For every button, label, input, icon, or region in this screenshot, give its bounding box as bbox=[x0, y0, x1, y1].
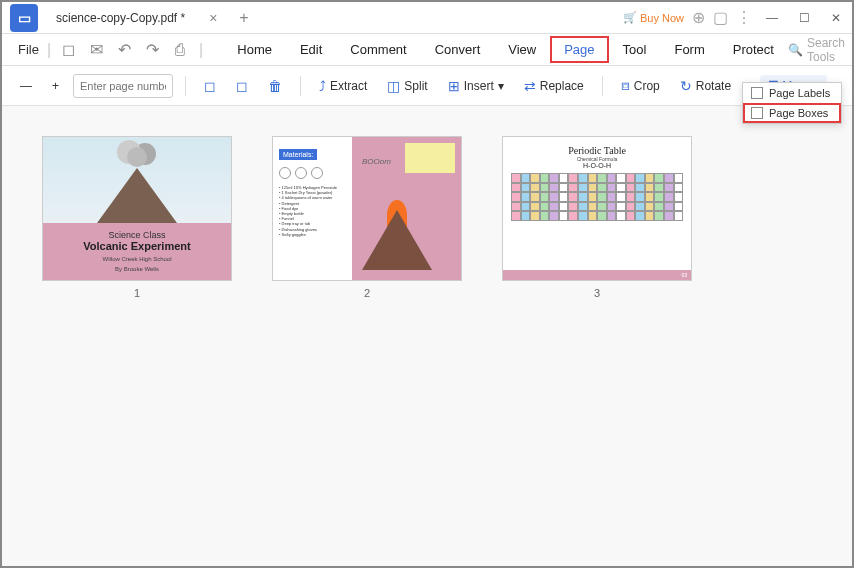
tab-convert[interactable]: Convert bbox=[421, 36, 495, 63]
zoom-out-button[interactable]: — bbox=[14, 75, 38, 97]
message-icon[interactable]: ▢ bbox=[713, 8, 728, 27]
add-tab-button[interactable]: + bbox=[239, 9, 248, 27]
page-number-1: 1 bbox=[134, 287, 140, 299]
toolbar: — + ◻ ◻ 🗑 ⤴Extract ◫Split ⊞Insert▾ ⇄Repl… bbox=[2, 66, 852, 106]
replace-button[interactable]: ⇄Replace bbox=[518, 74, 590, 98]
crop-button[interactable]: ⧈Crop bbox=[615, 73, 666, 98]
more-dropdown: Page Labels Page Boxes bbox=[742, 82, 842, 124]
close-button[interactable]: ✕ bbox=[824, 6, 848, 30]
file-menu[interactable]: File bbox=[10, 42, 47, 57]
redo-icon[interactable]: ↷ bbox=[143, 41, 161, 59]
page-icon-2[interactable]: ◻ bbox=[230, 74, 254, 98]
page-labels-icon bbox=[751, 87, 763, 99]
minimize-button[interactable]: — bbox=[760, 6, 784, 30]
insert-button[interactable]: ⊞Insert▾ bbox=[442, 74, 510, 98]
menu-tabs: Home Edit Comment Convert View Page Tool… bbox=[223, 36, 788, 63]
page-number-3: 3 bbox=[594, 287, 600, 299]
tab-title: science-copy-Copy.pdf * bbox=[56, 11, 185, 25]
menu-icon[interactable]: ⋮ bbox=[736, 8, 752, 27]
search-tools[interactable]: 🔍Search Tools bbox=[788, 36, 845, 64]
page-number-input[interactable] bbox=[73, 74, 173, 98]
maximize-button[interactable]: ☐ bbox=[792, 6, 816, 30]
rotate-button[interactable]: ↻Rotate bbox=[674, 74, 737, 98]
titlebar: ▭ science-copy-Copy.pdf * × + 🛒Buy Now ⊕… bbox=[2, 2, 852, 34]
extract-button[interactable]: ⤴Extract bbox=[313, 74, 373, 98]
menubar: File | ◻ ✉ ↶ ↷ ⎙ | Home Edit Comment Con… bbox=[2, 34, 852, 66]
tab-view[interactable]: View bbox=[494, 36, 550, 63]
tab-comment[interactable]: Comment bbox=[336, 36, 420, 63]
save-icon[interactable]: ✉ bbox=[87, 41, 105, 59]
thumbnail-2[interactable]: Materials: • 125ml 10% Hydrogen Peroxide… bbox=[272, 136, 462, 536]
compass-icon[interactable]: ⊕ bbox=[692, 8, 705, 27]
tab-protect[interactable]: Protect bbox=[719, 36, 788, 63]
print-icon[interactable]: ⎙ bbox=[171, 41, 189, 59]
app-icon: ▭ bbox=[10, 4, 38, 32]
tab-page[interactable]: Page bbox=[550, 36, 608, 63]
thumbnail-content: Science Class Volcanic Experiment Willow… bbox=[2, 106, 852, 566]
buy-now-link[interactable]: 🛒Buy Now bbox=[623, 11, 684, 24]
open-icon[interactable]: ◻ bbox=[59, 41, 77, 59]
document-tab[interactable]: science-copy-Copy.pdf * × bbox=[46, 4, 227, 32]
thumbnail-1[interactable]: Science Class Volcanic Experiment Willow… bbox=[42, 136, 232, 536]
delete-icon[interactable]: 🗑 bbox=[262, 74, 288, 98]
tab-form[interactable]: Form bbox=[660, 36, 718, 63]
tab-edit[interactable]: Edit bbox=[286, 36, 336, 63]
undo-icon[interactable]: ↶ bbox=[115, 41, 133, 59]
page-icon-1[interactable]: ◻ bbox=[198, 74, 222, 98]
tab-tool[interactable]: Tool bbox=[609, 36, 661, 63]
page-labels-item[interactable]: Page Labels bbox=[743, 83, 841, 103]
tab-home[interactable]: Home bbox=[223, 36, 286, 63]
page-boxes-icon bbox=[751, 107, 763, 119]
close-icon[interactable]: × bbox=[209, 10, 217, 26]
page-number-2: 2 bbox=[364, 287, 370, 299]
split-button[interactable]: ◫Split bbox=[381, 74, 433, 98]
page-boxes-item[interactable]: Page Boxes bbox=[743, 103, 841, 123]
zoom-in-button[interactable]: + bbox=[46, 75, 65, 97]
thumbnail-3[interactable]: Periodic Table Chemical Formula H-O-O-H … bbox=[502, 136, 692, 536]
